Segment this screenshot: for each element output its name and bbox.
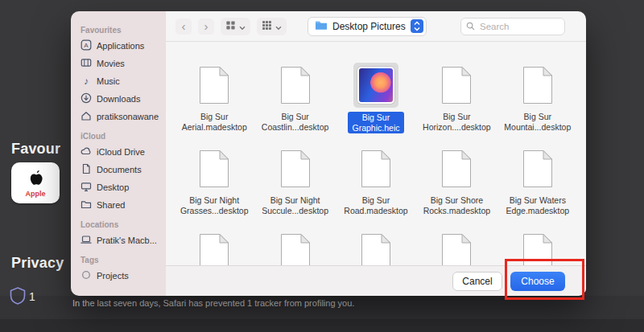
- folder-icon: [315, 19, 328, 34]
- document-icon: [522, 150, 553, 188]
- sidebar-item-projects[interactable]: Projects: [71, 267, 166, 285]
- file-item[interactable]: [336, 230, 416, 265]
- music-icon: ♪: [80, 75, 92, 88]
- sidebar: Favourites A Applications Movies ♪ Music…: [71, 11, 166, 296]
- file-item[interactable]: Big Sur ShoreRocks.madesktop: [416, 146, 497, 230]
- document-icon: [441, 66, 472, 105]
- file-item[interactable]: Big Sur NightSuccule...desktop: [254, 146, 335, 230]
- chevron-down-icon: [275, 19, 282, 34]
- search-input[interactable]: [478, 21, 559, 32]
- sidebar-item-movies[interactable]: Movies: [71, 55, 166, 72]
- file-item[interactable]: [416, 230, 497, 265]
- safari-bottom-edge: [0, 319, 644, 332]
- forward-button[interactable]: ›: [198, 18, 214, 35]
- forward-chevron-icon: ›: [204, 20, 208, 32]
- sidebar-item-documents[interactable]: Documents: [71, 161, 166, 178]
- apple-logo-icon: [27, 168, 43, 191]
- sidebar-item-music[interactable]: ♪ Music: [71, 72, 166, 90]
- file-grid: Big SurAerial.madesktop Big SurCoastlin.…: [166, 42, 586, 265]
- search-icon: [466, 19, 475, 34]
- sidebar-item-label: Shared: [97, 200, 125, 210]
- privacy-message: In the last seven days, Safari has preve…: [72, 298, 354, 308]
- file-name: Big Sur NightSuccule...desktop: [262, 195, 328, 215]
- tag-circle-icon: [80, 269, 92, 282]
- svg-text:♪: ♪: [84, 76, 89, 87]
- back-chevron-icon: ‹: [182, 20, 186, 32]
- dropdown-updown-icon: [411, 19, 423, 33]
- choose-button[interactable]: Choose: [510, 272, 565, 291]
- selection-highlight: [353, 63, 398, 108]
- file-name: Big SurRoad.madesktop: [344, 195, 407, 215]
- home-icon: [80, 110, 92, 123]
- sidebar-item-downloads[interactable]: Downloads: [71, 90, 166, 108]
- sidebar-item-macbook[interactable]: Pratik's Macb...: [71, 232, 166, 249]
- file-item[interactable]: Big SurHorizon....desktop: [416, 63, 497, 146]
- file-item[interactable]: Big Sur WatersEdge.madesktop: [497, 146, 578, 230]
- file-name: Big Sur NightGrasses...desktop: [180, 195, 249, 215]
- file-item[interactable]: Big SurRoad.madesktop: [336, 146, 416, 230]
- file-item[interactable]: Big SurCoastlin...desktop: [254, 63, 335, 146]
- sidebar-item-label: Music: [97, 76, 120, 86]
- apple-favorite-card[interactable]: Apple: [11, 162, 60, 203]
- document-icon: [361, 150, 391, 188]
- desktop-icon: [80, 181, 92, 194]
- location-label: Desktop Pictures: [332, 21, 406, 32]
- grid-view-icon: [225, 19, 236, 34]
- group-view-button[interactable]: [257, 18, 287, 35]
- file-name: Big SurMountai...desktop: [504, 112, 571, 132]
- sidebar-section-favourites: Favourites: [71, 19, 166, 37]
- svg-text:A: A: [84, 42, 89, 49]
- document-icon: [441, 150, 472, 188]
- cancel-button[interactable]: Cancel: [452, 272, 502, 291]
- file-item-selected[interactable]: Big SurGraphic.heic: [336, 63, 416, 146]
- file-item[interactable]: [497, 230, 578, 265]
- dialog-toolbar: ‹ › Desktop Pictures: [166, 11, 586, 42]
- downloads-icon: [80, 92, 92, 105]
- sidebar-section-tags: Tags: [71, 249, 166, 267]
- safari-favourites-heading: Favour: [11, 141, 60, 158]
- file-item[interactable]: Big SurMountai...desktop: [497, 63, 578, 146]
- file-name: Big Sur WatersEdge.madesktop: [506, 195, 569, 215]
- location-dropdown[interactable]: Desktop Pictures: [308, 17, 427, 36]
- document-icon: [280, 233, 311, 265]
- chevron-down-icon: [239, 19, 246, 34]
- sidebar-item-label: Applications: [97, 41, 144, 51]
- sidebar-item-icloud-drive[interactable]: iCloud Drive: [71, 143, 166, 161]
- file-name: Big SurGraphic.heic: [348, 112, 405, 133]
- document-icon: [80, 163, 92, 176]
- file-item[interactable]: Big SurAerial.madesktop: [174, 63, 254, 146]
- apple-card-label: Apple: [25, 190, 45, 198]
- document-icon: [280, 66, 311, 105]
- sidebar-item-label: Movies: [97, 59, 125, 68]
- sidebar-item-desktop[interactable]: Desktop: [71, 178, 166, 196]
- dialog-footer: Cancel Choose: [166, 265, 586, 296]
- safari-privacy-heading: Privacy: [11, 255, 64, 272]
- document-icon: [361, 233, 391, 265]
- shared-folder-icon: [80, 199, 92, 211]
- file-picker-dialog: Favourites A Applications Movies ♪ Music…: [71, 11, 586, 296]
- icon-view-button[interactable]: [221, 18, 250, 35]
- file-item[interactable]: [174, 230, 254, 265]
- sidebar-item-label: Pratik's Macb...: [97, 236, 157, 245]
- sidebar-section-locations: Locations: [71, 214, 166, 232]
- file-name: Big SurCoastlin...desktop: [262, 112, 328, 132]
- sidebar-item-label: Documents: [97, 165, 142, 174]
- sidebar-item-shared[interactable]: Shared: [71, 196, 166, 214]
- file-item[interactable]: Big Sur NightGrasses...desktop: [174, 146, 254, 230]
- file-name: Big Sur ShoreRocks.madesktop: [423, 195, 490, 215]
- sidebar-item-label: Desktop: [97, 182, 129, 192]
- search-field[interactable]: [460, 18, 565, 35]
- sidebar-item-home[interactable]: pratiksonawane: [71, 108, 166, 125]
- dialog-main: ‹ › Desktop Pictures: [166, 11, 586, 296]
- sidebar-section-icloud: iCloud: [71, 125, 166, 143]
- sidebar-item-label: Projects: [97, 271, 129, 281]
- laptop-icon: [80, 234, 92, 247]
- privacy-shield-icon: [10, 287, 26, 308]
- back-button[interactable]: ‹: [175, 18, 192, 35]
- desktop-background: Favour Apple Privacy 1 In the last seven…: [0, 0, 644, 332]
- sidebar-item-applications[interactable]: A Applications: [71, 37, 166, 55]
- document-icon: [522, 233, 553, 265]
- document-icon: [280, 150, 311, 188]
- file-item[interactable]: [254, 230, 335, 265]
- document-icon: [522, 66, 553, 105]
